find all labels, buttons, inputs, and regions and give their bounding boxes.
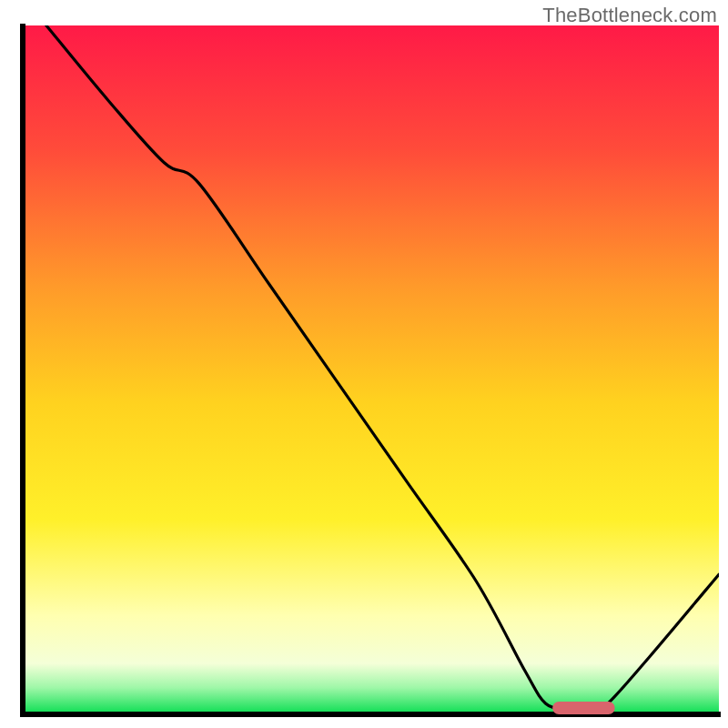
- optimal-range-marker: [552, 702, 615, 714]
- watermark-text: TheBottleneck.com: [542, 4, 717, 27]
- chart-container: { "watermark": "TheBottleneck.com", "cha…: [0, 0, 728, 728]
- bottleneck-chart: [0, 0, 728, 728]
- plot-background: [25, 25, 719, 712]
